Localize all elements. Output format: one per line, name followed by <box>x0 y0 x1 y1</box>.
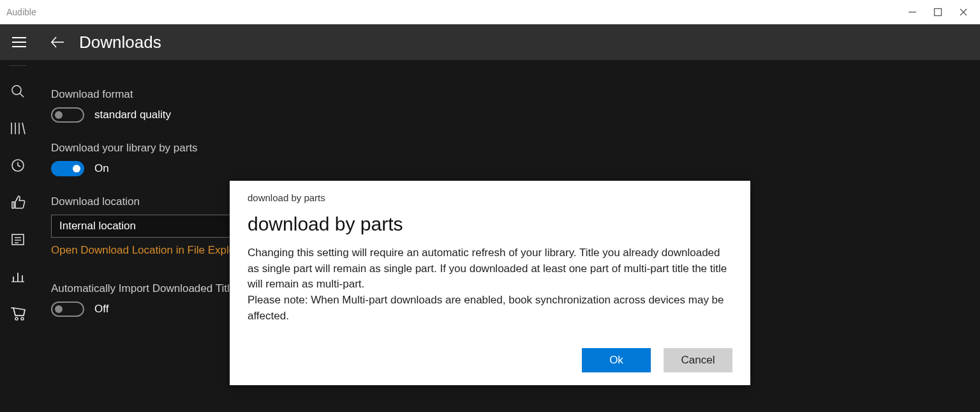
cart-icon <box>10 306 26 321</box>
sidebar-item-clock[interactable] <box>0 150 36 181</box>
stats-icon <box>10 269 26 284</box>
back-arrow-icon <box>48 33 66 51</box>
svg-rect-1 <box>935 9 942 16</box>
sidebar-item-search[interactable] <box>0 76 36 107</box>
sidebar-separator <box>9 65 27 66</box>
dialog-body-2: Please note: When Multi-part downloads a… <box>248 293 732 324</box>
dialog-buttons: Ok Cancel <box>248 348 732 372</box>
clock-icon <box>10 158 26 173</box>
svg-line-10 <box>22 123 25 134</box>
window-controls <box>907 7 980 17</box>
svg-point-5 <box>12 86 21 95</box>
sidebar-item-cart[interactable] <box>0 298 36 329</box>
hamburger-icon <box>12 37 26 47</box>
sidebar <box>0 60 36 412</box>
close-icon[interactable] <box>958 7 969 17</box>
dialog-tag: download by parts <box>248 192 732 203</box>
sidebar-item-news[interactable] <box>0 224 36 255</box>
app-header: Downloads <box>0 24 980 60</box>
window-titlebar: Audible <box>0 0 980 24</box>
dialog-body-1: Changing this setting will require an au… <box>248 245 732 293</box>
svg-point-22 <box>15 317 18 320</box>
open-location-link[interactable]: Open Download Location in File Explorer <box>51 244 248 257</box>
thumbs-up-icon <box>10 195 26 210</box>
hamburger-button[interactable] <box>5 24 33 60</box>
download-by-parts-label: Download your library by parts <box>51 142 965 155</box>
maximize-icon[interactable] <box>933 7 943 17</box>
download-format-toggle[interactable] <box>51 107 84 123</box>
sidebar-item-recommend[interactable] <box>0 187 36 218</box>
library-icon <box>10 121 26 136</box>
svg-line-6 <box>20 93 24 97</box>
search-icon <box>10 84 26 99</box>
sidebar-item-stats[interactable] <box>0 261 36 292</box>
cancel-button[interactable]: Cancel <box>664 348 732 372</box>
dialog-body: Changing this setting will require an au… <box>248 245 732 334</box>
auto-import-value: Off <box>94 303 108 316</box>
download-by-parts-value: On <box>94 162 109 175</box>
auto-import-toggle[interactable] <box>51 301 84 317</box>
page-title: Downloads <box>79 33 161 52</box>
download-format-label: Download format <box>51 88 965 101</box>
news-icon <box>10 232 26 247</box>
svg-point-23 <box>21 317 24 320</box>
dialog-title: download by parts <box>248 213 732 235</box>
download-by-parts-toggle[interactable] <box>51 161 84 176</box>
ok-button[interactable]: Ok <box>582 348 651 372</box>
download-format-value: standard quality <box>94 109 171 121</box>
download-by-parts-dialog: download by parts download by parts Chan… <box>230 181 750 385</box>
window-title: Audible <box>6 7 36 17</box>
back-button[interactable] <box>45 24 70 60</box>
sidebar-item-library[interactable] <box>0 113 36 144</box>
minimize-icon[interactable] <box>907 7 917 17</box>
